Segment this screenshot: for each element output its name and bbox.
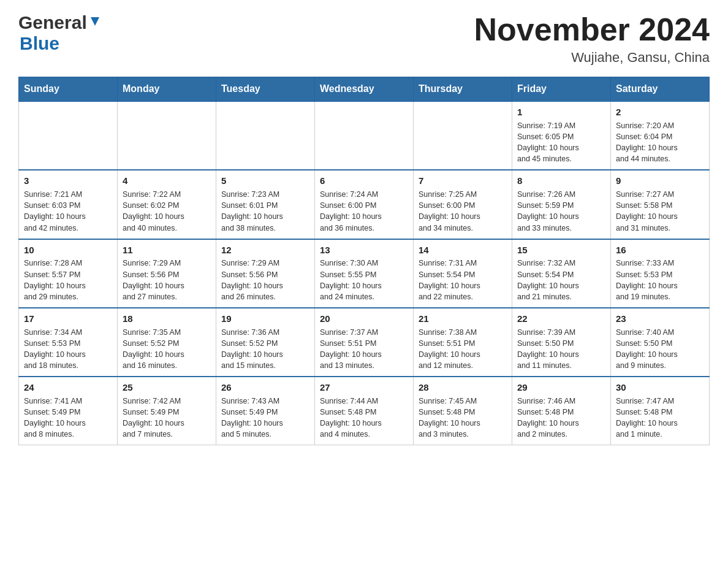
day-info: Sunrise: 7:37 AMSunset: 5:51 PMDaylight:…	[320, 327, 408, 372]
day-info-line: Sunset: 5:49 PM	[123, 408, 179, 416]
day-info: Sunrise: 7:35 AMSunset: 5:52 PMDaylight:…	[123, 327, 211, 372]
logo-triangle-icon	[88, 15, 102, 28]
day-info-line: Sunrise: 7:30 AM	[320, 259, 378, 267]
calendar-cell: 30Sunrise: 7:47 AMSunset: 5:48 PMDayligh…	[611, 377, 710, 445]
calendar-cell	[414, 101, 512, 170]
day-info-line: Daylight: 10 hours	[517, 144, 579, 152]
day-number: 5	[221, 174, 309, 188]
day-info-line: Sunset: 5:52 PM	[221, 339, 278, 348]
day-info-line: and 26 minutes.	[221, 293, 276, 301]
day-info: Sunrise: 7:38 AMSunset: 5:51 PMDaylight:…	[419, 327, 507, 372]
day-info-line: Daylight: 10 hours	[320, 282, 382, 290]
day-info-line: Sunrise: 7:19 AM	[517, 121, 575, 130]
day-header-friday: Friday	[512, 77, 611, 102]
day-info-line: Sunrise: 7:31 AM	[419, 259, 477, 267]
day-info-line: and 5 minutes.	[221, 430, 271, 439]
day-number: 22	[517, 312, 605, 326]
day-info-line: and 19 minutes.	[616, 293, 670, 301]
day-info-line: Sunset: 5:58 PM	[616, 201, 672, 210]
day-info-line: Sunrise: 7:40 AM	[616, 328, 674, 337]
day-info-line: Sunrise: 7:25 AM	[419, 190, 477, 199]
calendar-cell	[118, 101, 216, 170]
day-number: 2	[616, 105, 704, 119]
day-info-line: Sunrise: 7:37 AM	[320, 328, 378, 337]
day-info-line: Sunrise: 7:26 AM	[517, 190, 575, 199]
day-number: 29	[517, 381, 605, 394]
day-info-line: Sunset: 6:04 PM	[616, 132, 672, 141]
calendar-cell: 14Sunrise: 7:31 AMSunset: 5:54 PMDayligh…	[414, 239, 512, 308]
day-info: Sunrise: 7:41 AMSunset: 5:49 PMDaylight:…	[24, 396, 112, 440]
day-info-line: and 38 minutes.	[221, 224, 276, 232]
calendar-cell: 16Sunrise: 7:33 AMSunset: 5:53 PMDayligh…	[611, 239, 710, 308]
day-info-line: Daylight: 10 hours	[123, 212, 184, 221]
page-header: General Blue November 2024 Wujiahe, Gans…	[18, 12, 710, 66]
calendar-cell: 17Sunrise: 7:34 AMSunset: 5:53 PMDayligh…	[19, 308, 118, 377]
day-info-line: Sunset: 5:48 PM	[320, 408, 376, 416]
title-block: November 2024 Wujiahe, Gansu, China	[474, 12, 710, 66]
day-info: Sunrise: 7:28 AMSunset: 5:57 PMDaylight:…	[24, 258, 112, 302]
calendar-cell: 6Sunrise: 7:24 AMSunset: 6:00 PMDaylight…	[315, 170, 414, 239]
day-header-saturday: Saturday	[611, 77, 710, 102]
calendar-cell: 4Sunrise: 7:22 AMSunset: 6:02 PMDaylight…	[118, 170, 216, 239]
day-info-line: Sunset: 6:00 PM	[419, 201, 475, 210]
day-info-line: and 34 minutes.	[419, 224, 473, 232]
day-info-line: Sunrise: 7:23 AM	[221, 190, 279, 199]
day-info: Sunrise: 7:46 AMSunset: 5:48 PMDaylight:…	[517, 396, 605, 440]
day-info-line: Sunrise: 7:39 AM	[517, 328, 575, 337]
day-header-sunday: Sunday	[19, 77, 118, 102]
day-number: 6	[320, 174, 408, 188]
calendar-cell: 29Sunrise: 7:46 AMSunset: 5:48 PMDayligh…	[512, 377, 611, 445]
calendar-cell: 3Sunrise: 7:21 AMSunset: 6:03 PMDaylight…	[19, 170, 118, 239]
day-number: 14	[419, 243, 507, 257]
day-info-line: Sunset: 5:49 PM	[24, 408, 80, 416]
day-info-line: and 42 minutes.	[24, 224, 78, 232]
day-info-line: and 29 minutes.	[24, 293, 78, 301]
day-info-line: Sunrise: 7:22 AM	[123, 190, 181, 199]
day-info: Sunrise: 7:29 AMSunset: 5:56 PMDaylight:…	[221, 258, 309, 302]
calendar-cell: 12Sunrise: 7:29 AMSunset: 5:56 PMDayligh…	[216, 239, 315, 308]
day-info-line: Sunrise: 7:20 AM	[616, 121, 674, 130]
calendar-cell: 21Sunrise: 7:38 AMSunset: 5:51 PMDayligh…	[414, 308, 512, 377]
day-number: 1	[517, 105, 605, 119]
day-info-line: Sunrise: 7:42 AM	[123, 397, 181, 405]
day-number: 18	[123, 312, 211, 326]
day-number: 25	[123, 381, 211, 394]
day-info-line: Daylight: 10 hours	[419, 212, 480, 221]
day-info-line: and 40 minutes.	[123, 224, 177, 232]
calendar-cell: 20Sunrise: 7:37 AMSunset: 5:51 PMDayligh…	[315, 308, 414, 377]
day-info-line: Daylight: 10 hours	[517, 419, 579, 427]
day-number: 11	[123, 243, 211, 257]
day-info-line: and 4 minutes.	[320, 430, 370, 439]
day-info-line: Daylight: 10 hours	[24, 350, 86, 359]
day-info-line: Daylight: 10 hours	[221, 419, 283, 427]
calendar-cell: 10Sunrise: 7:28 AMSunset: 5:57 PMDayligh…	[19, 239, 118, 308]
day-info-line: Daylight: 10 hours	[221, 350, 283, 359]
calendar-week-row: 3Sunrise: 7:21 AMSunset: 6:03 PMDaylight…	[19, 170, 710, 239]
day-info: Sunrise: 7:22 AMSunset: 6:02 PMDaylight:…	[123, 189, 211, 234]
day-info: Sunrise: 7:27 AMSunset: 5:58 PMDaylight:…	[616, 189, 704, 234]
day-info-line: and 33 minutes.	[517, 224, 572, 232]
calendar-cell: 23Sunrise: 7:40 AMSunset: 5:50 PMDayligh…	[611, 308, 710, 377]
day-info-line: Sunrise: 7:47 AM	[616, 397, 674, 405]
day-info-line: and 1 minute.	[616, 430, 662, 439]
day-info-line: Sunrise: 7:29 AM	[123, 259, 181, 267]
day-info-line: Sunrise: 7:46 AM	[517, 397, 575, 405]
day-info: Sunrise: 7:21 AMSunset: 6:03 PMDaylight:…	[24, 189, 112, 234]
day-number: 9	[616, 174, 704, 188]
calendar-cell: 1Sunrise: 7:19 AMSunset: 6:05 PMDaylight…	[512, 101, 611, 170]
day-info-line: Sunset: 5:50 PM	[616, 339, 672, 348]
day-info-line: Sunrise: 7:27 AM	[616, 190, 674, 199]
day-info-line: Daylight: 10 hours	[517, 282, 579, 290]
day-info-line: Sunrise: 7:36 AM	[221, 328, 279, 337]
day-number: 17	[24, 312, 112, 326]
day-info-line: and 7 minutes.	[123, 430, 173, 439]
day-number: 20	[320, 312, 408, 326]
day-info-line: Daylight: 10 hours	[221, 282, 283, 290]
day-info-line: Sunset: 5:54 PM	[517, 270, 574, 279]
day-info: Sunrise: 7:39 AMSunset: 5:50 PMDaylight:…	[517, 327, 605, 372]
day-info-line: Daylight: 10 hours	[123, 350, 184, 359]
calendar-week-row: 17Sunrise: 7:34 AMSunset: 5:53 PMDayligh…	[19, 308, 710, 377]
day-info-line: Sunrise: 7:44 AM	[320, 397, 378, 405]
day-header-tuesday: Tuesday	[216, 77, 315, 102]
day-info: Sunrise: 7:23 AMSunset: 6:01 PMDaylight:…	[221, 189, 309, 234]
